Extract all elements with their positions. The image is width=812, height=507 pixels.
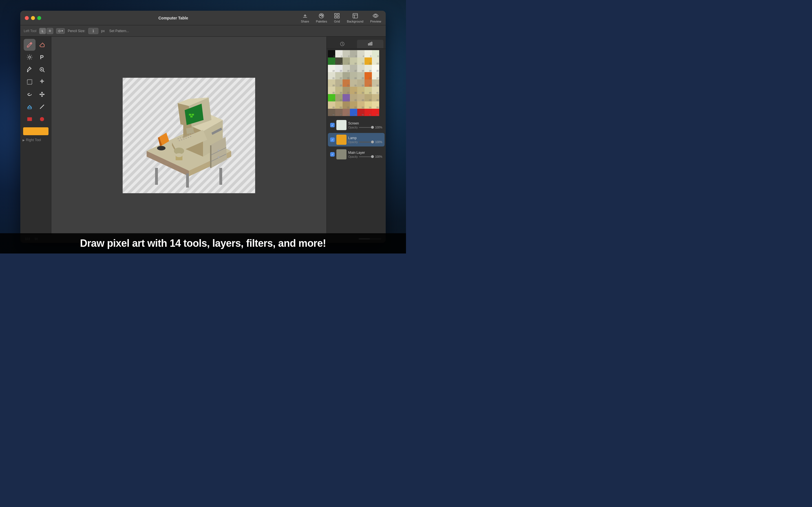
color-cell[interactable]: 25 <box>357 72 364 79</box>
color-cell[interactable]: 27 <box>372 72 379 79</box>
color-cell[interactable]: 56 <box>328 109 335 116</box>
color-cell[interactable]: 18 <box>357 65 364 72</box>
color-cell[interactable]: 10 <box>350 57 357 65</box>
color-cell[interactable]: 24 <box>350 72 357 79</box>
pencil-size-input[interactable] <box>88 28 98 34</box>
eraser-tool[interactable] <box>36 39 48 51</box>
color-cell[interactable]: 22 <box>335 72 343 79</box>
light-tool[interactable] <box>24 51 36 63</box>
circle-tool[interactable] <box>36 113 48 125</box>
text-tool[interactable]: P <box>36 51 48 63</box>
color-cell[interactable]: 20 <box>372 65 379 72</box>
color-cell[interactable]: 17 <box>350 65 357 72</box>
color-cell[interactable]: 40 <box>364 87 372 94</box>
minimize-button[interactable] <box>31 16 35 20</box>
color-cell[interactable]: 13 <box>372 57 379 65</box>
canvas-area[interactable] <box>51 37 326 234</box>
set-pattern-button[interactable]: Set Pattern... <box>108 29 131 34</box>
move-tool[interactable] <box>36 89 48 100</box>
zoom-tool[interactable] <box>36 64 48 75</box>
color-cell[interactable]: 12 <box>364 57 372 65</box>
color-cell[interactable]: 49 <box>328 101 335 109</box>
maximize-button[interactable] <box>37 16 41 20</box>
layer-visibility-check[interactable]: ✓ <box>330 152 335 157</box>
fill-tool[interactable] <box>24 101 36 113</box>
color-cell[interactable]: 36 <box>335 87 343 94</box>
color-cell[interactable]: 8 <box>335 57 343 65</box>
layer-item[interactable]: ✓LampOpacity100% <box>328 133 385 147</box>
color-cell[interactable]: 33 <box>364 79 372 87</box>
color-cell[interactable]: 35 <box>328 87 335 94</box>
color-cell[interactable]: 2 <box>343 50 350 57</box>
shape-selector[interactable]: ⊙ ▾ <box>56 28 65 34</box>
color-cell[interactable]: 38 <box>350 87 357 94</box>
color-cell[interactable]: 62 <box>372 109 379 116</box>
layer-opacity-thumb[interactable] <box>371 140 374 144</box>
palette-tab-colors[interactable] <box>357 40 384 48</box>
color-cell[interactable]: 3 <box>350 50 357 57</box>
eyedropper-tool[interactable] <box>24 64 36 75</box>
color-cell[interactable]: 11 <box>357 57 364 65</box>
layer-opacity-track[interactable] <box>359 142 374 143</box>
color-cell[interactable]: 19 <box>364 65 372 72</box>
background-button[interactable]: Background <box>347 13 363 23</box>
color-swatch[interactable] <box>23 127 49 135</box>
layer-opacity-thumb[interactable] <box>371 126 374 129</box>
layer-visibility-check[interactable]: ✓ <box>330 123 335 127</box>
color-cell[interactable]: 21 <box>328 72 335 79</box>
color-cell[interactable]: 32 <box>357 79 364 87</box>
color-cell[interactable]: 26 <box>364 72 372 79</box>
select-rect-tool[interactable] <box>24 76 36 88</box>
preview-button[interactable]: Preview <box>370 13 381 23</box>
color-cell[interactable]: 41 <box>372 87 379 94</box>
color-cell[interactable]: 46 <box>357 94 364 101</box>
color-cell[interactable]: 47 <box>364 94 372 101</box>
color-cell[interactable]: 6 <box>372 50 379 57</box>
pencil-tool[interactable] <box>24 39 36 51</box>
grid-button[interactable]: Grid <box>334 13 340 23</box>
pixel-canvas[interactable] <box>123 78 255 193</box>
color-cell[interactable]: 48 <box>372 94 379 101</box>
color-cell[interactable]: 16 <box>343 65 350 72</box>
layer-visibility-check[interactable]: ✓ <box>330 137 335 142</box>
right-tool-toggle[interactable]: ▶ Right Tool <box>20 137 51 143</box>
layer-item[interactable]: ✓Main LayerOpacity100% <box>328 148 385 161</box>
color-cell[interactable]: 61 <box>364 109 372 116</box>
color-cell[interactable]: 23 <box>343 72 350 79</box>
line-tool[interactable] <box>36 101 48 113</box>
color-cell[interactable]: 29 <box>335 79 343 87</box>
color-cell[interactable]: 9 <box>343 57 350 65</box>
color-cell[interactable]: 15 <box>335 65 343 72</box>
layer-opacity-track[interactable] <box>359 127 374 128</box>
color-cell[interactable]: 1 <box>335 50 343 57</box>
color-cell[interactable]: 4 <box>357 50 364 57</box>
color-cell[interactable]: 5 <box>364 50 372 57</box>
color-cell[interactable]: 37 <box>343 87 350 94</box>
color-cell[interactable]: 60 <box>357 109 364 116</box>
color-cell[interactable]: 7 <box>328 57 335 65</box>
color-cell[interactable]: 42 <box>328 94 335 101</box>
color-cell[interactable]: 54 <box>364 101 372 109</box>
rect-tool[interactable] <box>24 113 36 125</box>
color-cell[interactable]: 52 <box>350 101 357 109</box>
magic-select-tool[interactable] <box>36 76 48 88</box>
color-cell[interactable]: 30 <box>343 79 350 87</box>
palettes-button[interactable]: Palettes <box>316 13 327 23</box>
color-cell[interactable]: 51 <box>343 101 350 109</box>
color-cell[interactable]: 50 <box>335 101 343 109</box>
color-cell[interactable]: 57 <box>335 109 343 116</box>
lasso-tool[interactable] <box>24 89 36 100</box>
color-cell[interactable]: 44 <box>343 94 350 101</box>
color-cell[interactable]: 34 <box>372 79 379 87</box>
color-cell[interactable]: 59 <box>350 109 357 116</box>
close-button[interactable] <box>25 16 29 20</box>
color-cell[interactable]: 14 <box>328 65 335 72</box>
share-button[interactable]: Share <box>301 13 309 23</box>
color-cell[interactable]: 58 <box>343 109 350 116</box>
layer-opacity-track[interactable] <box>359 156 374 157</box>
palette-tab-history[interactable] <box>329 40 356 48</box>
color-cell[interactable]: 39 <box>357 87 364 94</box>
color-cell[interactable]: 53 <box>357 101 364 109</box>
color-cell[interactable]: 45 <box>350 94 357 101</box>
color-cell[interactable]: 43 <box>335 94 343 101</box>
